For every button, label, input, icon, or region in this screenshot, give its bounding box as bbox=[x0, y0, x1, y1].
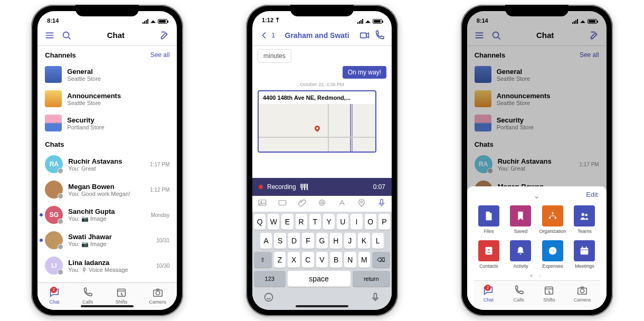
key-i[interactable]: I bbox=[351, 214, 362, 230]
channel-row[interactable]: General Seattle Store bbox=[37, 62, 177, 87]
key-b[interactable]: B bbox=[330, 252, 342, 268]
see-all-link[interactable]: See all bbox=[150, 51, 170, 59]
chat-row[interactable]: Swati Jhawar You: 📷 Image 10/31 bbox=[37, 228, 177, 253]
location-card[interactable]: 4400 148th Ave NE, Redmond,... bbox=[258, 90, 376, 153]
key-t[interactable]: T bbox=[309, 214, 321, 230]
emoji-icon[interactable] bbox=[263, 292, 274, 305]
message-area: minutes On my way! October 22, 4:39 PM 4… bbox=[252, 46, 392, 178]
tab-chat[interactable]: Chat2 bbox=[482, 285, 494, 303]
key-s[interactable]: S bbox=[274, 233, 286, 249]
app-label: Expenses bbox=[542, 263, 563, 269]
key-f[interactable]: F bbox=[302, 233, 314, 249]
key-v[interactable]: V bbox=[316, 252, 328, 268]
recording-time: 0:07 bbox=[373, 183, 385, 191]
format-icon[interactable] bbox=[337, 198, 347, 210]
chat-name: Megan Bowen bbox=[68, 183, 145, 191]
channel-avatar bbox=[45, 90, 62, 107]
app-teams[interactable]: Teams bbox=[570, 205, 599, 234]
microphone-icon[interactable] bbox=[377, 198, 386, 210]
app-expenses[interactable]: $ Expenses bbox=[538, 240, 567, 269]
attach-icon[interactable] bbox=[297, 198, 307, 210]
space-key[interactable]: space bbox=[288, 271, 351, 287]
channel-name: General bbox=[67, 68, 169, 75]
hamburger-icon[interactable] bbox=[44, 30, 55, 41]
key-e[interactable]: E bbox=[281, 214, 293, 230]
return-key[interactable]: return bbox=[353, 271, 390, 287]
key-y[interactable]: Y bbox=[323, 214, 335, 230]
app-meetings[interactable]: Meetings bbox=[570, 240, 599, 269]
keyboard[interactable]: QWERTYUIOP ASDFGHJKL ⇧ ZXCVBNM ⌫ 123 spa… bbox=[252, 212, 392, 310]
tab-chat[interactable]: Chat2 bbox=[49, 287, 60, 305]
recording-bar[interactable]: Recording 0:07 bbox=[252, 178, 392, 196]
gif-icon[interactable] bbox=[278, 198, 287, 210]
app-activity[interactable]: Activity bbox=[506, 240, 535, 269]
key-x[interactable]: X bbox=[288, 252, 300, 268]
key-g[interactable]: G bbox=[316, 233, 328, 249]
image-icon[interactable] bbox=[258, 198, 267, 210]
key-q[interactable]: Q bbox=[254, 214, 266, 230]
chat-row[interactable]: LI Lina Iadanza You: 🎙 Voice Message 10/… bbox=[37, 253, 177, 278]
app-files[interactable]: Files bbox=[475, 205, 504, 234]
tab-shifts[interactable]: Shifts bbox=[116, 287, 128, 305]
apps-bottom-sheet: ⌄ Edit Files Saved Organization Teams Co… bbox=[467, 186, 607, 310]
key-u[interactable]: U bbox=[337, 214, 348, 230]
channel-row[interactable]: Security Portland Store bbox=[37, 111, 177, 135]
dictation-icon[interactable] bbox=[370, 292, 381, 305]
tab-label: Chat bbox=[49, 299, 59, 305]
svg-point-11 bbox=[264, 294, 272, 301]
audio-call-icon[interactable] bbox=[374, 30, 385, 41]
search-icon[interactable] bbox=[61, 30, 72, 41]
channel-row[interactable]: Announcements Seattle Store bbox=[37, 87, 177, 111]
key-r[interactable]: R bbox=[296, 214, 307, 230]
key-d[interactable]: D bbox=[288, 233, 300, 249]
chevron-down-icon[interactable]: ⌄ bbox=[533, 191, 540, 200]
key-n[interactable]: N bbox=[344, 252, 356, 268]
chat-row[interactable]: RA Ruchir Astavans You: Great 1:17 PM bbox=[37, 152, 177, 177]
app-organization[interactable]: Organization bbox=[538, 205, 567, 234]
key-p[interactable]: P bbox=[378, 214, 390, 230]
edit-button[interactable]: Edit bbox=[586, 191, 598, 199]
key-j[interactable]: J bbox=[344, 233, 356, 249]
key-o[interactable]: O bbox=[365, 214, 376, 230]
tab-shifts[interactable]: Shifts bbox=[543, 285, 555, 303]
timestamp: October 22, 4:39 PM bbox=[258, 82, 386, 87]
key-c[interactable]: C bbox=[302, 252, 314, 268]
key-z[interactable]: Z bbox=[274, 252, 286, 268]
chat-row[interactable]: Megan Bowen You: Good work Megan! 1:12 P… bbox=[37, 177, 177, 202]
shift-key[interactable]: ⇧ bbox=[254, 252, 272, 268]
key-w[interactable]: W bbox=[268, 214, 279, 230]
compose-icon[interactable] bbox=[159, 30, 171, 41]
svg-rect-23 bbox=[581, 248, 589, 255]
back-button[interactable] bbox=[259, 30, 270, 41]
files-icon bbox=[478, 205, 499, 226]
key-a[interactable]: A bbox=[260, 233, 272, 249]
key-k[interactable]: K bbox=[358, 233, 370, 249]
app-saved[interactable]: Saved bbox=[506, 205, 535, 234]
svg-rect-25 bbox=[586, 247, 587, 249]
phone-chat-list: 8:14 Chat Channels See all bbox=[31, 5, 183, 316]
tab-calls[interactable]: Calls bbox=[513, 285, 525, 303]
app-contacts[interactable]: Contacts bbox=[475, 240, 504, 269]
battery-icon bbox=[373, 19, 382, 24]
meetings-icon bbox=[574, 240, 595, 261]
svg-point-14 bbox=[552, 212, 554, 214]
tab-calls[interactable]: Calls bbox=[82, 287, 93, 305]
key-m[interactable]: M bbox=[358, 252, 371, 268]
key-l[interactable]: L bbox=[372, 233, 384, 249]
chat-name: Ruchir Astavans bbox=[68, 157, 145, 165]
chat-name: Lina Iadanza bbox=[68, 259, 151, 267]
tab-label: Shifts bbox=[116, 299, 128, 305]
mention-icon[interactable] bbox=[317, 198, 327, 210]
contacts-icon bbox=[478, 240, 499, 261]
backspace-key[interactable]: ⌫ bbox=[372, 252, 390, 268]
location-icon[interactable] bbox=[357, 198, 366, 210]
tab-label: Calls bbox=[82, 299, 93, 305]
chat-row[interactable]: SG Sanchit Gupta You: 📷 Image Monday bbox=[37, 202, 177, 228]
video-call-icon[interactable] bbox=[359, 30, 371, 41]
key-h[interactable]: H bbox=[330, 233, 342, 249]
numbers-key[interactable]: 123 bbox=[254, 271, 286, 287]
chat-name: Sanchit Gupta bbox=[68, 207, 145, 215]
tab-camera[interactable]: Camera bbox=[574, 285, 591, 303]
tab-camera[interactable]: Camera bbox=[149, 287, 166, 305]
unread-dot-icon bbox=[40, 213, 43, 216]
